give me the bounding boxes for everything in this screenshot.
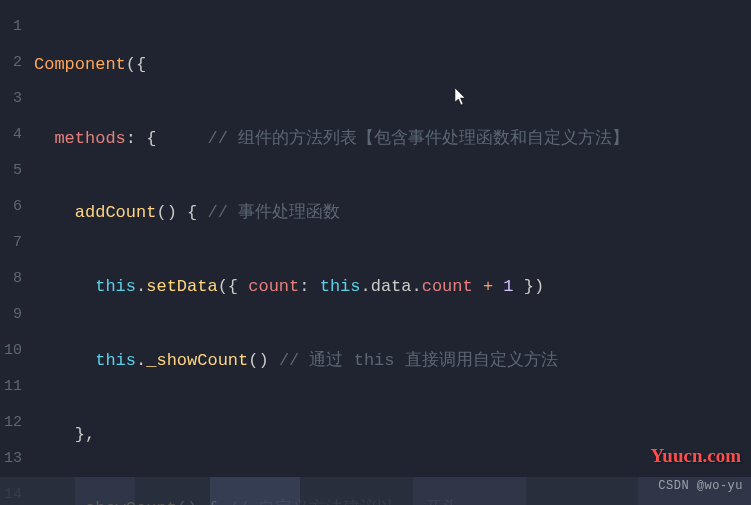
line-number: 8 bbox=[0, 261, 22, 297]
line-number: 7 bbox=[0, 225, 22, 261]
line-number: 11 bbox=[0, 369, 22, 405]
line-number: 6 bbox=[0, 189, 22, 225]
line-number: 3 bbox=[0, 81, 22, 117]
code-line: addCount() { // 事件处理函数 bbox=[34, 195, 751, 231]
line-number: 2 bbox=[0, 45, 22, 81]
code-line: this.setData({ count: this.data.count + … bbox=[34, 269, 751, 305]
minimap-scrollbar[interactable] bbox=[0, 477, 751, 505]
code-line: Component({ bbox=[34, 47, 751, 83]
line-number: 5 bbox=[0, 153, 22, 189]
line-number-gutter: 1 2 3 4 5 6 7 8 9 10 11 12 13 14 bbox=[0, 0, 28, 505]
watermark-site: Yuucn.com bbox=[650, 445, 741, 467]
line-number: 9 bbox=[0, 297, 22, 333]
code-line: }, bbox=[34, 417, 751, 453]
code-line: this._showCount() // 通过 this 直接调用自定义方法 bbox=[34, 343, 751, 379]
code-line: methods: { // 组件的方法列表【包含事件处理函数和自定义方法】 bbox=[34, 121, 751, 157]
watermark-csdn: CSDN @wo-yu bbox=[658, 479, 743, 493]
code-area[interactable]: Component({ methods: { // 组件的方法列表【包含事件处理… bbox=[28, 0, 751, 505]
line-number: 10 bbox=[0, 333, 22, 369]
line-number: 13 bbox=[0, 441, 22, 477]
line-number: 12 bbox=[0, 405, 22, 441]
line-number: 4 bbox=[0, 117, 22, 153]
code-editor: 1 2 3 4 5 6 7 8 9 10 11 12 13 14 Compone… bbox=[0, 0, 751, 505]
line-number: 1 bbox=[0, 9, 22, 45]
